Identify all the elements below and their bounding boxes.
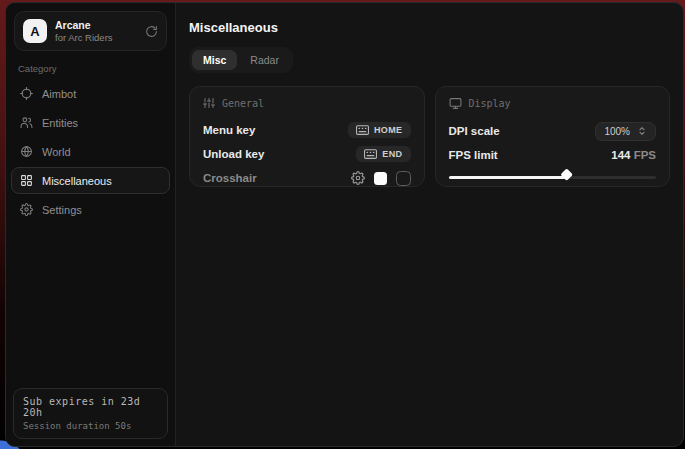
slider-fill [449, 176, 565, 179]
dpi-scale-label: DPI scale [449, 125, 500, 137]
menu-key-row: Menu key HOME [203, 118, 411, 142]
fps-number: 144 [611, 149, 630, 161]
crosshair-label: Crosshair [203, 172, 257, 184]
session-duration-text: Session duration 50s [23, 421, 158, 431]
globe-icon [20, 145, 33, 158]
menu-keybind-value: HOME [374, 125, 403, 135]
unload-key-row: Unload key END [203, 142, 411, 166]
page-title: Miscellaneous [189, 20, 670, 35]
gear-icon [20, 203, 33, 216]
sub-expiry-text: Sub expires in 23d 20h [23, 396, 158, 418]
dpi-scale-select[interactable]: 100% [595, 122, 656, 141]
sidebar-item-label: Aimbot [42, 88, 76, 100]
sidebar-item-label: Entities [42, 117, 78, 129]
fps-limit-slider[interactable] [449, 171, 657, 183]
chevrons-up-down-icon [637, 126, 647, 136]
tab-bar: Misc Radar [189, 47, 293, 73]
sidebar: A Arcane for Arc Riders Category Aimbot [6, 3, 176, 446]
keyboard-icon [356, 125, 369, 135]
dpi-scale-row: DPI scale 100% [449, 119, 657, 143]
display-card: Display DPI scale 100% FPS limit [435, 86, 671, 187]
category-label: Category [18, 63, 163, 74]
crosshair-checkbox[interactable] [396, 171, 411, 186]
general-card: General Menu key HOME Unload key [189, 86, 425, 187]
refresh-icon[interactable] [145, 25, 158, 38]
crosshair-color-swatch[interactable] [374, 172, 387, 185]
fps-unit: FPS [634, 149, 656, 161]
general-card-title: General [222, 98, 264, 109]
subscription-info-box: Sub expires in 23d 20h Session duration … [13, 388, 168, 439]
monitor-icon [449, 97, 462, 110]
sliders-icon [203, 97, 215, 109]
brand-name: Arcane [55, 19, 137, 32]
sidebar-item-aimbot[interactable]: Aimbot [11, 80, 170, 107]
crosshair-settings-gear-icon[interactable] [351, 171, 365, 185]
menu-keybind-button[interactable]: HOME [348, 122, 411, 138]
general-card-header: General [203, 97, 411, 109]
sidebar-item-label: World [42, 146, 71, 158]
brand-logo: A [23, 19, 47, 43]
display-card-title: Display [469, 98, 511, 109]
sidebar-item-entities[interactable]: Entities [11, 109, 170, 136]
unload-keybind-value: END [382, 149, 402, 159]
main-content: Miscellaneous Misc Radar General Menu ke… [176, 3, 683, 446]
slider-thumb[interactable] [560, 168, 573, 181]
tab-radar[interactable]: Radar [239, 50, 290, 70]
app-window: A Arcane for Arc Riders Category Aimbot [5, 2, 684, 447]
brand-card: A Arcane for Arc Riders [14, 11, 167, 51]
unload-key-label: Unload key [203, 148, 264, 160]
dpi-scale-value: 100% [604, 126, 630, 137]
menu-key-label: Menu key [203, 124, 255, 136]
sidebar-item-settings[interactable]: Settings [11, 196, 170, 223]
brand-subtitle: for Arc Riders [55, 32, 137, 43]
fps-limit-label: FPS limit [449, 149, 498, 161]
brand-text: Arcane for Arc Riders [55, 19, 137, 43]
sidebar-item-miscellaneous[interactable]: Miscellaneous [11, 167, 170, 194]
sidebar-item-world[interactable]: World [11, 138, 170, 165]
tab-misc[interactable]: Misc [192, 50, 237, 70]
crosshair-row: Crosshair [203, 166, 411, 190]
sidebar-nav: Aimbot Entities World [6, 78, 175, 225]
crosshair-controls [351, 171, 411, 186]
unload-keybind-button[interactable]: END [356, 146, 410, 162]
users-icon [20, 116, 33, 129]
crosshair-icon [20, 87, 33, 100]
sidebar-item-label: Miscellaneous [42, 175, 112, 187]
keyboard-icon [364, 149, 377, 159]
fps-limit-row: FPS limit 144 FPS [449, 143, 657, 167]
grid-icon [20, 174, 33, 187]
sidebar-item-label: Settings [42, 204, 82, 216]
settings-cards: General Menu key HOME Unload key [189, 86, 670, 187]
fps-limit-value: 144 FPS [611, 149, 656, 161]
display-card-header: Display [449, 97, 657, 110]
